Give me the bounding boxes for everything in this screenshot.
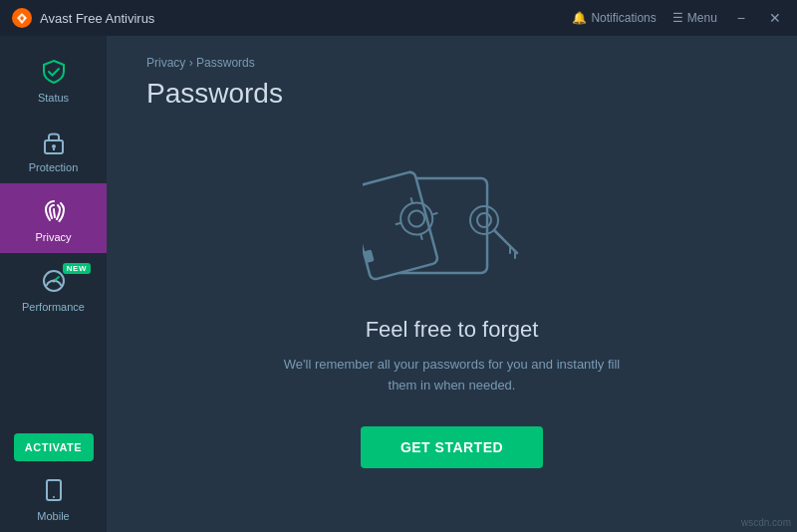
svg-line-16 [431,213,437,215]
shield-icon [40,58,68,86]
sidebar-status-label: Status [38,92,69,104]
avast-logo-icon [12,8,32,28]
svg-point-6 [52,280,55,283]
notifications-button[interactable]: 🔔 Notifications [572,11,656,25]
svg-rect-10 [363,171,438,281]
activate-button[interactable]: ACTIVATE [14,433,94,461]
sidebar-item-privacy[interactable]: Privacy [0,183,107,253]
description: We'll remember all your passwords for yo… [283,355,622,397]
sidebar-protection-label: Protection [29,161,79,173]
fingerprint-icon [40,197,68,225]
svg-point-2 [52,144,56,148]
center-content: Feel free to forget We'll remember all y… [146,139,757,502]
sidebar-item-protection[interactable]: Protection [0,114,107,183]
svg-point-20 [477,213,491,227]
sidebar-item-mobile[interactable]: Mobile [0,469,107,532]
main-content: Privacy › Passwords Passwords [107,36,797,532]
sidebar: Status Protection [0,36,107,532]
breadcrumb-current: Passwords [196,56,255,70]
bell-icon: 🔔 [572,11,587,25]
titlebar-left: Avast Free Antivirus [12,8,154,28]
hamburger-icon: ☰ [672,11,683,25]
mobile-label: Mobile [37,510,69,522]
close-button[interactable]: ✕ [765,10,785,26]
titlebar-right: 🔔 Notifications ☰ Menu − ✕ [572,10,785,26]
minimize-button[interactable]: − [733,10,749,26]
titlebar: Avast Free Antivirus 🔔 Notifications ☰ M… [0,0,797,36]
menu-button[interactable]: ☰ Menu [672,11,717,25]
lock-icon [42,128,66,155]
sidebar-item-performance[interactable]: NEW Performance [0,253,107,323]
get-started-button[interactable]: GET STARTED [361,426,543,468]
svg-point-8 [53,496,55,498]
breadcrumb: Privacy › Passwords [146,56,757,70]
new-badge: NEW [63,263,91,274]
breadcrumb-parent[interactable]: Privacy [146,56,185,70]
headline: Feel free to forget [366,317,539,343]
app-title: Avast Free Antivirus [40,11,154,26]
safe-illustration [363,153,542,293]
breadcrumb-separator: › [189,56,193,70]
sidebar-performance-label: Performance [22,301,85,313]
watermark: wscdn.com [741,517,791,528]
svg-line-21 [494,230,517,253]
sidebar-privacy-label: Privacy [35,231,71,243]
page-title: Passwords [146,78,757,110]
app-container: Status Protection [0,36,797,532]
sidebar-item-status[interactable]: Status [0,44,107,114]
mobile-icon [45,479,63,506]
